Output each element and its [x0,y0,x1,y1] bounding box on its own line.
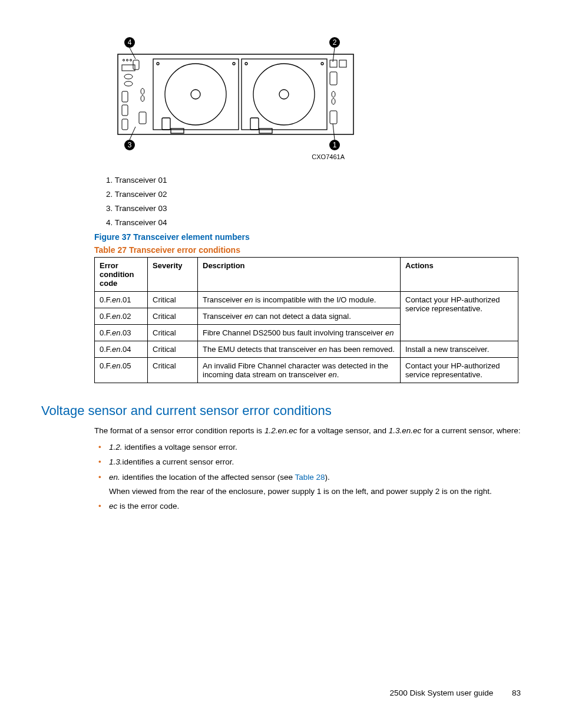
svg-point-32 [245,62,247,65]
svg-point-11 [130,60,132,61]
svg-rect-28 [171,129,184,133]
table-row: 0.F.en.05 Critical An invalid Fibre Chan… [95,358,518,383]
diagram-ref: CXO7461A [312,153,345,160]
table-28-link[interactable]: Table 28 [295,473,325,482]
svg-point-26 [233,62,235,65]
th-actions: Actions [401,258,518,292]
page-number: 83 [512,689,521,697]
table-caption: Table 27 Transceiver error conditions [94,245,521,255]
page-footer: 2500 Disk System user guide 83 [390,689,521,697]
callout-1: 1 [333,141,337,149]
list-item: 1.2. identifies a voltage sensor error. [109,442,521,453]
legend-item: 4. Transceiver 04 [106,218,521,227]
svg-rect-37 [330,72,337,85]
th-code: Error condition code [95,258,148,292]
error-conditions-table: Error condition code Severity Descriptio… [94,257,518,383]
svg-line-7 [333,124,335,140]
transceiver-diagram: 4 2 3 1 [106,35,521,167]
svg-rect-21 [139,112,146,124]
svg-rect-22 [153,59,239,130]
svg-point-10 [127,60,128,61]
svg-rect-17 [122,119,128,130]
th-description: Description [198,258,401,292]
svg-rect-41 [339,60,346,67]
svg-rect-16 [122,105,128,116]
diagram-legend: 1. Transceiver 01 2. Transceiver 02 3. T… [106,176,521,227]
svg-point-31 [279,90,289,99]
intro-paragraph: The format of a sensor error condition r… [94,426,521,436]
svg-point-14 [124,81,133,86]
callout-4: 4 [128,38,132,47]
svg-rect-36 [330,60,337,67]
svg-point-20 [141,95,144,101]
svg-point-25 [157,62,159,65]
bullet-list: 1.2. identifies a voltage sensor error. … [109,442,521,512]
table-row: 0.F.en.01 Critical Transceiver en is inc… [95,292,518,308]
svg-rect-27 [162,118,170,130]
svg-point-13 [124,74,133,79]
svg-point-24 [191,90,200,99]
figure-caption: Figure 37 Transceiver element numbers [94,232,521,242]
th-severity: Severity [148,258,198,292]
svg-rect-15 [122,91,128,102]
svg-rect-40 [330,111,337,124]
svg-rect-35 [259,129,272,133]
footer-title: 2500 Disk System user guide [390,689,494,697]
svg-rect-29 [242,59,327,130]
list-item: ec is the error code. [109,501,521,512]
svg-point-19 [141,88,144,94]
svg-point-33 [321,62,323,65]
section-heading: Voltage sensor and current sensor error … [41,403,521,419]
list-item: en. identifies the location of the affec… [109,472,521,497]
legend-item: 2. Transceiver 02 [106,190,521,199]
sub-paragraph: When viewed from the rear of the enclosu… [109,486,521,497]
svg-line-4 [130,48,135,59]
svg-line-5 [333,48,335,62]
svg-point-30 [253,64,315,125]
svg-rect-34 [250,118,259,130]
svg-line-6 [130,127,135,140]
table-row: 0.F.en.04 Critical The EMU detects that … [95,341,518,358]
svg-point-38 [332,91,335,97]
list-item: 1.3.identifies a current sensor error. [109,457,521,467]
svg-point-9 [123,60,125,61]
legend-item: 1. Transceiver 01 [106,176,521,185]
callout-3: 3 [128,141,132,149]
svg-point-23 [165,64,226,125]
svg-point-39 [332,98,335,104]
callout-2: 2 [333,38,337,47]
legend-item: 3. Transceiver 03 [106,204,521,213]
